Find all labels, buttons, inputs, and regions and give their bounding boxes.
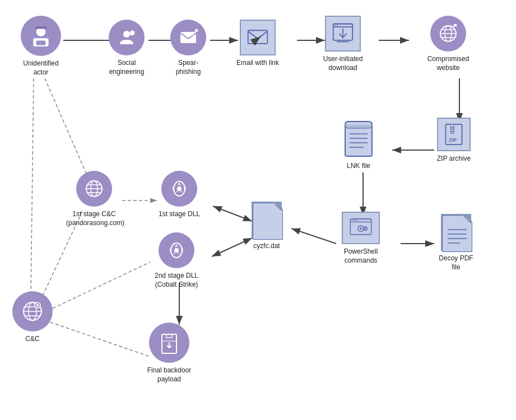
svg-line-84 xyxy=(178,253,179,254)
svg-rect-43 xyxy=(451,124,454,127)
node-social-engineering: Social engineering xyxy=(104,20,150,76)
svg-rect-31 xyxy=(248,30,268,44)
svg-rect-54 xyxy=(350,219,371,222)
svg-marker-60 xyxy=(442,215,472,252)
node-compromised-website: Compromised website xyxy=(423,16,473,72)
svg-rect-27 xyxy=(35,26,47,29)
node-decoy-pdf: Decoy PDF file xyxy=(434,214,478,272)
node-unidentified-actor: Unidentified actor xyxy=(16,16,66,77)
lnk-scroll-icon xyxy=(344,120,373,158)
stage1-cc-label: 1st stage C&C (pandorasong.com) xyxy=(66,210,122,227)
svg-rect-33 xyxy=(333,24,353,27)
svg-rect-45 xyxy=(451,129,454,132)
node-email-with-link: Email with link xyxy=(235,20,280,68)
decoy-pdf-icon xyxy=(441,214,471,251)
svg-line-83 xyxy=(174,253,175,254)
stage1-dll-icon xyxy=(161,171,197,207)
compromised-website-icon xyxy=(430,16,466,52)
svg-line-82 xyxy=(176,245,178,247)
node-cyzfc-dat: cyzfc.dat xyxy=(247,202,287,251)
diagram: Unidentified actor Social engineering Sp… xyxy=(0,0,516,420)
email-with-link-label: Email with link xyxy=(236,59,279,68)
stage1-dll-label: 1st stage DLL xyxy=(159,210,200,219)
compromised-website-label: Compromised website xyxy=(423,55,473,72)
social-engineering-label: Social engineering xyxy=(104,59,150,76)
email-icon xyxy=(240,20,276,55)
user-download-icon xyxy=(325,16,361,52)
zip-archive-label: ZIP archive xyxy=(437,155,471,164)
stage2-dll-label: 2nd stage DLL (Cobalt Strike) xyxy=(151,272,202,289)
svg-rect-48 xyxy=(345,125,372,156)
svg-point-57 xyxy=(356,220,358,221)
node-stage1-cc: 1st stage C&C (pandorasong.com) xyxy=(66,171,122,227)
powershell-icon xyxy=(342,212,380,244)
node-zip-archive: ZIP ZIP archive xyxy=(431,118,476,164)
svg-line-20 xyxy=(31,78,34,297)
cyzfc-dat-label: cyzfc.dat xyxy=(253,242,280,251)
node-final-backdoor: Final backdoor payload xyxy=(141,323,197,384)
node-lnk-file: LNK file xyxy=(336,120,381,171)
node-powershell: PowerShell commands xyxy=(336,212,385,265)
powershell-label: PowerShell commands xyxy=(336,248,385,265)
svg-marker-66 xyxy=(253,203,283,240)
svg-line-14 xyxy=(291,228,336,244)
spear-phishing-label: Spear- phishing xyxy=(165,59,211,76)
cc-label: C&C xyxy=(25,335,39,344)
cc-icon xyxy=(12,291,53,332)
node-user-download: User-initiated download xyxy=(318,16,368,72)
svg-point-55 xyxy=(352,220,354,221)
svg-line-77 xyxy=(176,191,178,192)
svg-line-19 xyxy=(45,78,87,175)
node-cc: C&C xyxy=(10,291,55,344)
svg-point-28 xyxy=(123,31,130,38)
svg-line-22 xyxy=(48,262,150,311)
stage1-cc-icon xyxy=(76,171,112,207)
unidentified-actor-icon xyxy=(21,16,61,56)
unidentified-actor-label: Unidentified actor xyxy=(16,59,66,77)
svg-point-56 xyxy=(354,220,356,221)
node-stage2-dll: 2nd stage DLL (Cobalt Strike) xyxy=(151,232,202,289)
node-stage1-dll: 1st stage DLL xyxy=(157,171,202,219)
svg-rect-46 xyxy=(451,132,454,134)
cyzfc-dat-icon xyxy=(252,202,282,239)
svg-rect-26 xyxy=(36,40,46,45)
social-engineering-icon xyxy=(109,20,145,55)
lnk-file-label: LNK file xyxy=(347,162,370,171)
svg-line-78 xyxy=(180,191,182,192)
decoy-pdf-label: Decoy PDF file xyxy=(434,254,478,272)
svg-marker-67 xyxy=(275,203,283,211)
user-download-label: User-initiated download xyxy=(318,55,368,72)
stage2-dll-icon xyxy=(159,232,194,268)
svg-point-80 xyxy=(174,248,179,253)
svg-line-76 xyxy=(179,183,180,185)
zip-icon: ZIP xyxy=(437,118,471,151)
svg-line-21 xyxy=(45,320,148,356)
final-backdoor-icon xyxy=(149,323,189,363)
final-backdoor-label: Final backdoor payload xyxy=(141,366,197,384)
spear-phishing-icon xyxy=(170,20,206,55)
svg-point-74 xyxy=(177,186,182,191)
svg-text:ZIP: ZIP xyxy=(449,137,457,143)
node-spear-phishing: Spear- phishing xyxy=(165,20,211,76)
svg-rect-44 xyxy=(451,127,454,129)
